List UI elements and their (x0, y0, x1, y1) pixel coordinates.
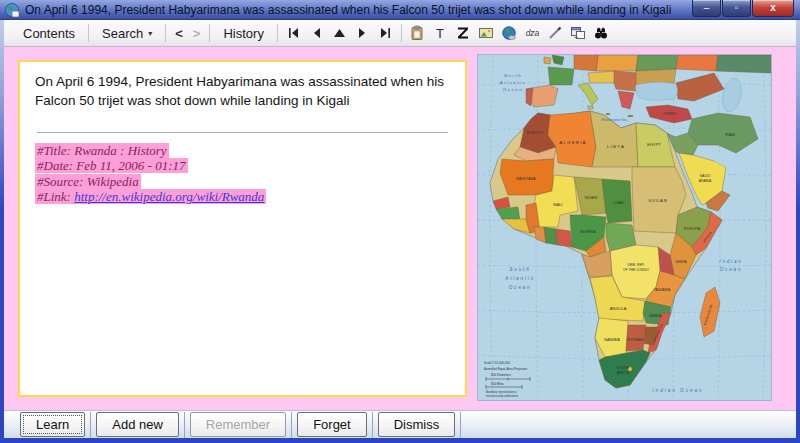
first-item-button[interactable] (285, 25, 302, 41)
flashcard: On April 6 1994, President Habyarimana w… (18, 60, 467, 397)
map-label: Ocean (720, 267, 743, 272)
learn-button[interactable]: Learn (20, 412, 85, 437)
remember-button: Remember (190, 412, 286, 437)
wikipedia-link[interactable]: http://en.wikipedia.org/wiki/Rwanda (74, 189, 264, 204)
contents-button[interactable]: Contents (14, 23, 84, 44)
map-label: SOUTH (617, 366, 629, 370)
content-area: On April 6 1994, President Habyarimana w… (4, 47, 796, 410)
map-label: EGYPT (647, 142, 661, 147)
map-label: Atlantic (499, 80, 526, 85)
map-label: ANGOLA (610, 306, 627, 311)
map-label: AFRICA (617, 371, 630, 375)
previous-item-button[interactable] (308, 25, 325, 41)
wand-icon[interactable] (547, 25, 564, 41)
maximize-button[interactable]: ▫ (722, 0, 751, 17)
back-button[interactable]: < (170, 23, 188, 44)
title-bar[interactable]: On April 6 1994, President Habyarimana w… (0, 0, 800, 20)
map-label: North (504, 73, 522, 78)
action-bar: Learn Add new Remember Forget Dismiss (4, 410, 796, 438)
forward-button[interactable]: > (188, 23, 206, 44)
map-label: LIBYA (607, 144, 625, 149)
map-label: OF THE CONGO (623, 268, 649, 272)
map-label: NIGER (585, 195, 598, 200)
map-label: Ocean (503, 87, 523, 92)
forget-button[interactable]: Forget (297, 412, 367, 437)
window-title: On April 6 1994, President Habyarimana w… (25, 3, 691, 17)
app-window: On April 6 1994, President Habyarimana w… (0, 0, 800, 443)
map-label: KENYA (675, 260, 687, 264)
map-label: CHAD (613, 200, 624, 205)
next-item-button[interactable] (354, 25, 371, 41)
map-label: IRAN (725, 132, 735, 137)
svg-text:dza: dza (526, 28, 540, 38)
search-label: Search (102, 26, 143, 41)
toolbar-separator (165, 24, 166, 42)
map-label: Atlantic (504, 276, 534, 281)
map-label: Indian Ocean (652, 388, 703, 393)
map-label: TANZANIA (654, 288, 671, 292)
map-label: BOTSWANA (627, 338, 643, 342)
question-text: On April 6 1994, President Habyarimana w… (35, 73, 450, 111)
toolbar-separator (401, 24, 402, 42)
toolbar-separator (88, 24, 89, 42)
chevron-down-icon: ▾ (148, 29, 152, 38)
spell-icon[interactable]: dza (524, 25, 541, 41)
map-label: MALI (553, 202, 562, 207)
button-separator (184, 412, 185, 438)
minimize-button[interactable]: – (692, 0, 721, 17)
map-label: Mediterranean Sea (601, 118, 627, 122)
search-button[interactable]: Search ▾ (93, 23, 161, 44)
compress-icon[interactable] (455, 25, 472, 41)
map-label: ZAMBIA (649, 314, 662, 318)
close-button[interactable]: x (752, 0, 794, 17)
font-icon[interactable]: T (432, 25, 449, 41)
paste-icon[interactable] (409, 25, 426, 41)
divider (37, 132, 448, 133)
map-label: NAMIBIA (604, 338, 620, 342)
card-metadata: #Title: Rwanda : History #Date: Feb 11, … (35, 143, 450, 205)
map-label: Scale 1:51,400,000 (484, 361, 510, 365)
globe-icon[interactable] (501, 25, 518, 41)
window-border-right (796, 20, 800, 443)
map-label: not necessarily authoritative (486, 394, 519, 398)
map-label: ETHIOPIA (684, 227, 701, 231)
button-separator (90, 412, 91, 438)
map-label: MAURITANIA (516, 177, 536, 181)
window-border-bottom (0, 438, 800, 443)
map-label: MOROCCO (527, 131, 544, 135)
find-icon[interactable] (593, 25, 610, 41)
meta-source: #Source: Wikipedia (35, 174, 141, 189)
dismiss-button[interactable]: Dismiss (378, 412, 456, 437)
map-label: SAUDI (700, 174, 710, 178)
button-separator (291, 412, 292, 438)
map-label: 800 Kilometers (491, 373, 512, 377)
parent-item-button[interactable] (331, 25, 348, 41)
map-label: Indian (719, 259, 742, 264)
meta-link: #Link: http://en.wikipedia.org/wiki/Rwan… (35, 189, 266, 204)
meta-title: #Title: Rwanda : History (35, 143, 169, 158)
map-label: TURKEY (663, 112, 677, 116)
map-label: SUDAN (648, 198, 668, 203)
map-label: ALGERIA (559, 140, 586, 145)
history-button[interactable]: History (214, 23, 272, 44)
map-label: ARABIA (699, 179, 712, 183)
last-item-button[interactable] (377, 25, 394, 41)
map-label: DEM. REP. (628, 263, 645, 267)
meta-date: #Date: Feb 11, 2006 - 01:17 (35, 158, 188, 173)
image-icon[interactable] (478, 25, 495, 41)
map-label: Ocean (509, 285, 532, 290)
toolbar-separator (209, 24, 210, 42)
button-separator (372, 412, 373, 438)
map-label: South (509, 267, 530, 272)
toolbar: Contents Search ▾ < > History (4, 20, 796, 47)
add-new-button[interactable]: Add new (96, 412, 179, 437)
africa-map-image: ALGERIALIBYAEGYPTMOROCCOMAURITANIAMALINI… (478, 55, 771, 400)
map-label: NIGERIA (580, 230, 596, 234)
panels-icon[interactable] (570, 25, 587, 41)
app-icon (4, 2, 20, 18)
map-label: Boundary representation is (486, 390, 518, 394)
map-label: 800 Miles (491, 382, 504, 386)
svg-text:T: T (436, 26, 444, 41)
map-label: Azimuthal Equal-Area Projection (484, 367, 528, 371)
button-separator (460, 412, 461, 438)
